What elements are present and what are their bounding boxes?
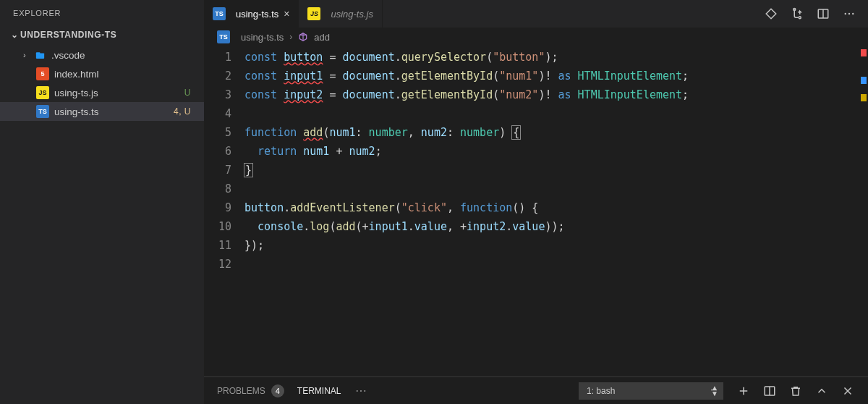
tree-file-using-ts-ts[interactable]: TS using-ts.ts 4, U: [0, 102, 204, 121]
html-icon: 5: [36, 67, 49, 80]
marker-error[interactable]: [861, 49, 867, 56]
svg-rect-1: [35, 52, 40, 54]
line-gutter: 123456789101112: [204, 46, 244, 376]
code-editor[interactable]: 123456789101112 const button = document.…: [204, 46, 868, 376]
svg-point-11: [364, 390, 365, 391]
close-panel-icon[interactable]: [841, 384, 855, 398]
chevron-down-icon: ⌄: [9, 30, 20, 40]
split-terminal-icon[interactable]: [762, 384, 777, 398]
svg-point-3: [799, 17, 801, 19]
svg-point-9: [356, 390, 357, 391]
breadcrumbs[interactable]: TS using-ts.ts › add: [204, 28, 868, 46]
tree-folder-vscode[interactable]: › .vscode: [0, 46, 204, 64]
stepper-icon: ▲▼: [711, 385, 718, 397]
js-icon: JS: [307, 7, 320, 20]
chevron-right-icon: ›: [289, 32, 292, 42]
problems-count-badge: 4: [271, 384, 284, 397]
explorer-title: EXPLORER: [0, 0, 204, 25]
git-status: 4, U: [174, 106, 194, 117]
svg-point-8: [852, 13, 854, 14]
panel-tab-label: PROBLEMS: [217, 386, 265, 396]
file-label: index.html: [54, 69, 194, 80]
project-name: UNDERSTANDING-TS: [20, 30, 116, 40]
marker-warning[interactable]: [861, 94, 867, 101]
ts-icon: TS: [36, 105, 49, 118]
more-actions-icon[interactable]: [842, 7, 856, 21]
file-label: using-ts.ts: [54, 106, 174, 117]
new-terminal-icon[interactable]: [736, 384, 751, 398]
tab-using-ts-js[interactable]: JS using-ts.js: [299, 0, 383, 28]
split-editor-icon[interactable]: [816, 7, 830, 21]
overview-ruler[interactable]: [858, 46, 868, 376]
maximize-panel-icon[interactable]: [814, 384, 829, 398]
js-icon: JS: [36, 86, 49, 99]
code-content[interactable]: const button = document.querySelector("b…: [244, 46, 858, 376]
tree-file-using-ts-js[interactable]: JS using-ts.js U: [0, 83, 204, 102]
folder-icon: [33, 49, 46, 62]
more-panel-tabs-icon[interactable]: [354, 384, 367, 398]
terminal-selector[interactable]: 1: bash ▲▼: [579, 382, 723, 400]
tab-using-ts-ts[interactable]: TS using-ts.ts ×: [204, 0, 299, 28]
breadcrumb-symbol[interactable]: add: [314, 32, 330, 43]
marker-modified[interactable]: [861, 77, 867, 84]
close-icon[interactable]: ×: [284, 8, 289, 20]
tab-label: using-ts.ts: [236, 9, 278, 20]
terminal-selector-value: 1: bash: [587, 386, 615, 396]
tree-file-index-html[interactable]: 5 index.html: [0, 64, 204, 83]
file-label: .vscode: [51, 50, 194, 61]
svg-point-7: [848, 13, 850, 14]
kill-terminal-icon[interactable]: [788, 384, 803, 398]
source-control-icon[interactable]: [764, 7, 778, 21]
ts-icon: TS: [213, 7, 226, 20]
svg-point-10: [359, 390, 361, 391]
symbol-method-icon: [298, 32, 308, 42]
editor-area: TS using-ts.ts × JS using-ts.js TS usin: [204, 0, 868, 404]
panel-tab-problems[interactable]: PROBLEMS 4: [217, 384, 284, 397]
explorer-sidebar: EXPLORER ⌄ UNDERSTANDING-TS › .vscode 5 …: [0, 0, 204, 404]
panel-tab-label: TERMINAL: [297, 386, 341, 396]
breadcrumb-file[interactable]: using-ts.ts: [241, 32, 284, 43]
git-status: U: [184, 88, 194, 98]
svg-point-6: [845, 13, 846, 14]
file-tree: › .vscode 5 index.html JS using-ts.js U …: [0, 44, 204, 121]
project-header[interactable]: ⌄ UNDERSTANDING-TS: [0, 25, 204, 44]
compare-changes-icon[interactable]: [790, 7, 804, 21]
file-label: using-ts.js: [54, 88, 184, 98]
tab-bar: TS using-ts.ts × JS using-ts.js: [204, 0, 868, 28]
tab-actions: [752, 0, 868, 28]
tab-label: using-ts.js: [331, 9, 373, 20]
chevron-right-icon: ›: [23, 51, 33, 59]
ts-icon: TS: [217, 30, 230, 43]
bottom-panel: PROBLEMS 4 TERMINAL 1: bash ▲▼: [204, 376, 868, 404]
panel-tab-terminal[interactable]: TERMINAL: [297, 386, 341, 396]
